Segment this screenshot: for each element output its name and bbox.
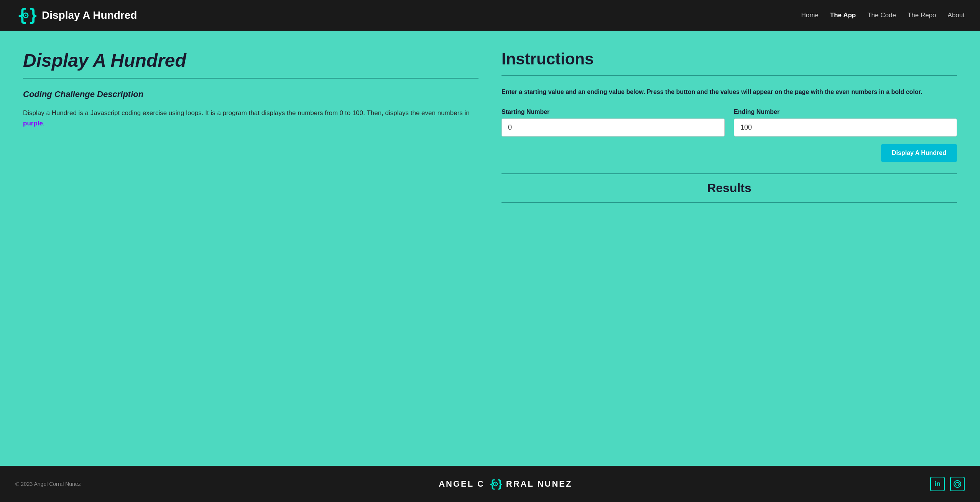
svg-point-8 bbox=[495, 484, 496, 485]
footer-social: in bbox=[930, 477, 965, 491]
nav-item-about[interactable]: About bbox=[948, 12, 965, 19]
desc-suffix: . bbox=[43, 120, 45, 127]
svg-text:}: } bbox=[497, 478, 502, 490]
nav-link-thecode[interactable]: The Code bbox=[867, 12, 896, 19]
nav-link-home[interactable]: Home bbox=[801, 12, 818, 19]
svg-point-10 bbox=[954, 481, 961, 487]
footer: © 2023 Angel Corral Nunez ANGEL C { } RR… bbox=[0, 466, 980, 502]
left-divider bbox=[23, 78, 478, 79]
instructions-divider bbox=[502, 75, 957, 76]
display-hundred-button[interactable]: Display A Hundred bbox=[881, 144, 957, 162]
left-column: Display A Hundred Coding Challenge Descr… bbox=[23, 50, 478, 447]
results-output bbox=[502, 203, 957, 211]
results-heading: Results bbox=[502, 181, 957, 195]
footer-brand: ANGEL C { } RRAL NUNEZ bbox=[439, 477, 572, 491]
footer-brand-text1: ANGEL C bbox=[439, 479, 485, 489]
desc-prefix: Display a Hundred is a Javascript coding… bbox=[23, 109, 470, 117]
challenge-subheading: Coding Challenge Description bbox=[23, 89, 478, 99]
nav-brand[interactable]: { } Display A Hundred bbox=[15, 5, 137, 26]
nav-item-theapp[interactable]: The App bbox=[830, 12, 856, 19]
svg-point-3 bbox=[25, 15, 26, 16]
nav-item-therepo[interactable]: The Repo bbox=[908, 12, 936, 19]
linkedin-icon[interactable]: in bbox=[930, 477, 945, 491]
ending-number-group: Ending Number bbox=[734, 109, 957, 137]
nav-item-home[interactable]: Home bbox=[801, 12, 818, 19]
challenge-description: Display a Hundred is a Javascript coding… bbox=[23, 108, 478, 128]
instructions-text: Enter a starting value and an ending val… bbox=[502, 87, 957, 97]
nav-item-thecode[interactable]: The Code bbox=[867, 12, 896, 19]
results-divider-top bbox=[502, 173, 957, 174]
nav-link-about[interactable]: About bbox=[948, 12, 965, 19]
svg-text:}: } bbox=[28, 5, 36, 25]
brand-logo-icon: { } bbox=[15, 5, 36, 26]
starting-number-label: Starting Number bbox=[502, 109, 725, 115]
results-section: Results bbox=[502, 173, 957, 211]
linkedin-label: in bbox=[934, 480, 941, 488]
ending-number-label: Ending Number bbox=[734, 109, 957, 115]
footer-copyright: © 2023 Angel Corral Nunez bbox=[15, 481, 81, 487]
nav-brand-title: Display A Hundred bbox=[42, 9, 137, 21]
navbar: { } Display A Hundred Home The App The C… bbox=[0, 0, 980, 31]
instructions-heading: Instructions bbox=[502, 50, 957, 68]
github-svg bbox=[953, 480, 962, 488]
left-heading: Display A Hundred bbox=[23, 50, 478, 71]
nav-links: Home The App The Code The Repo About bbox=[801, 12, 965, 19]
form-row: Starting Number Ending Number bbox=[502, 109, 957, 137]
github-icon[interactable] bbox=[950, 477, 965, 491]
footer-brand-text2: RRAL NUNEZ bbox=[506, 479, 572, 489]
starting-number-input[interactable] bbox=[502, 119, 725, 137]
nav-link-therepo[interactable]: The Repo bbox=[908, 12, 936, 19]
footer-logo-icon: { } bbox=[488, 477, 502, 491]
ending-number-input[interactable] bbox=[734, 119, 957, 137]
nav-link-theapp[interactable]: The App bbox=[830, 12, 856, 19]
starting-number-group: Starting Number bbox=[502, 109, 725, 137]
purple-word: purple bbox=[23, 120, 43, 127]
main-content: Display A Hundred Coding Challenge Descr… bbox=[0, 31, 980, 466]
right-column: Instructions Enter a starting value and … bbox=[502, 50, 957, 447]
